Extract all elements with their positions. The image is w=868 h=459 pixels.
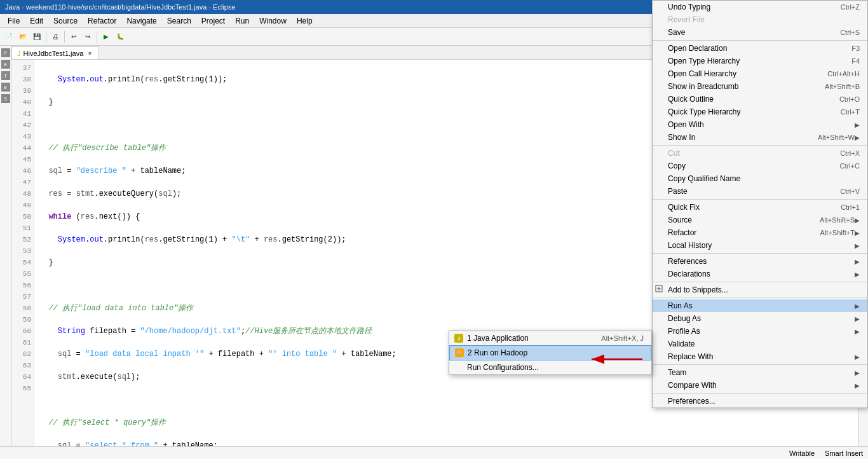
toolbar-print[interactable]: 🖨: [49, 31, 62, 43]
menu-run[interactable]: Run: [230, 15, 254, 27]
cm-team-arrow: ▶: [855, 369, 860, 376]
cm-paste[interactable]: Paste Ctrl+V: [653, 185, 867, 198]
cm-source[interactable]: Source Alt+Shift+S ▶: [653, 214, 867, 226]
cm-compare-with[interactable]: Compare With ▶: [653, 379, 867, 392]
cm-validate[interactable]: Validate: [653, 338, 867, 350]
cm-refactor-arrow: ▶: [855, 230, 860, 236]
cm-declarations-label: Declarations: [668, 270, 855, 278]
cm-revert: Revert File: [653, 13, 867, 26]
cm-preferences[interactable]: Preferences...: [653, 395, 867, 408]
statusbar: Writable Smart Insert: [0, 446, 868, 459]
line-numbers: 3738394041 4243444546 4748495051 5253545…: [11, 60, 34, 446]
submenu-runas: J 1 Java Application Alt+Shift+X, J 🐘 2 …: [449, 331, 652, 375]
menu-file[interactable]: File: [3, 15, 25, 27]
toolbar-new[interactable]: 📄: [3, 31, 15, 43]
cm-run-as[interactable]: Run As ▶: [653, 299, 867, 312]
sidebar-icon-4[interactable]: B: [1, 83, 10, 92]
cm-local-history[interactable]: Local History ▶: [653, 239, 867, 252]
cm-quick-fix[interactable]: Quick Fix Ctrl+1: [653, 201, 867, 214]
menu-window[interactable]: Window: [254, 15, 292, 27]
toolbar-save[interactable]: 💾: [31, 31, 43, 43]
toolbar-separator-3: [97, 31, 97, 43]
cm-open-with-label: Open With: [668, 120, 855, 129]
status-writable: Writable: [789, 449, 815, 457]
cm-save[interactable]: Save Ctrl+S: [653, 26, 867, 39]
cm-quick-outline[interactable]: Quick Outline Ctrl+O: [653, 93, 867, 106]
cm-open-with[interactable]: Open With ▶: [653, 118, 867, 131]
cm-undo-shortcut: Ctrl+Z: [841, 3, 860, 11]
cm-open-type-shortcut: F4: [851, 57, 860, 65]
cm-replace-with-label: Replace With: [668, 352, 855, 361]
java-app-icon: J: [454, 334, 463, 343]
sidebar-icon-5[interactable]: S: [1, 94, 10, 103]
cm-source-label: Source: [668, 216, 810, 224]
menu-search[interactable]: Search: [162, 15, 196, 27]
menu-project[interactable]: Project: [196, 15, 230, 27]
cm-references[interactable]: References ▶: [653, 255, 867, 268]
cm-cut-shortcut: Ctrl+X: [840, 149, 860, 157]
cm-open-call-shortcut: Ctrl+Alt+H: [827, 70, 860, 78]
cm-profile-as[interactable]: Profile As ▶: [653, 325, 867, 338]
cm-copy-shortcut: Ctrl+C: [840, 162, 860, 170]
menu-source[interactable]: Source: [48, 15, 83, 27]
cm-refactor[interactable]: Refactor Alt+Shift+T ▶: [653, 226, 867, 239]
sm-java-app-shortcut: Alt+Shift+X, J: [601, 334, 644, 342]
cm-add-snippets-icon: [655, 285, 665, 295]
editor-tab[interactable]: J HiveJdbcTest1.java ×: [11, 46, 99, 59]
cm-run-as-arrow: ▶: [855, 303, 860, 310]
sidebar-icon-3[interactable]: T: [1, 71, 10, 80]
sm-run-hadoop[interactable]: 🐘 2 Run on Hadoop: [449, 345, 651, 360]
cm-copy-qualified-label: Copy Qualified Name: [668, 174, 860, 183]
cm-replace-with[interactable]: Replace With ▶: [653, 350, 867, 363]
sidebar-icon-2[interactable]: E: [1, 60, 10, 69]
cm-quick-type-label: Quick Type Hierarchy: [668, 107, 831, 116]
toolbar-redo[interactable]: ↪: [81, 31, 94, 43]
toolbar-separator-2: [64, 31, 65, 43]
cm-references-arrow: ▶: [855, 258, 860, 265]
cm-open-type[interactable]: Open Type Hierarchy F4: [653, 55, 867, 67]
cm-sep3: [653, 199, 867, 200]
cm-sep6: [653, 298, 867, 298]
toolbar-open[interactable]: 📂: [17, 31, 29, 43]
cm-copy-qualified[interactable]: Copy Qualified Name: [653, 172, 867, 185]
menu-refactor[interactable]: Refactor: [83, 15, 121, 27]
menu-navigate[interactable]: Navigate: [121, 15, 161, 27]
cm-undo[interactable]: Undo Typing Ctrl+Z: [653, 1, 867, 13]
toolbar-debug[interactable]: 🐛: [114, 31, 126, 43]
cm-quick-outline-shortcut: Ctrl+O: [839, 95, 860, 103]
sm-run-configs[interactable]: Run Configurations...: [449, 360, 651, 374]
cm-declarations-arrow: ▶: [855, 271, 860, 278]
cm-copy[interactable]: Copy Ctrl+C: [653, 160, 867, 172]
cm-add-snippets[interactable]: Add to Snippets...: [653, 284, 867, 296]
tab-close-button[interactable]: ×: [86, 50, 93, 57]
cm-replace-with-arrow: ▶: [855, 353, 860, 360]
cm-save-shortcut: Ctrl+S: [840, 29, 860, 36]
cm-sep1: [653, 40, 867, 41]
cm-debug-as[interactable]: Debug As ▶: [653, 312, 867, 325]
toolbar-undo[interactable]: ↩: [67, 31, 80, 43]
context-menu: Undo Typing Ctrl+Z Revert File Save Ctrl…: [652, 0, 868, 408]
cm-open-call[interactable]: Open Call Hierarchy Ctrl+Alt+H: [653, 67, 867, 80]
menu-help[interactable]: Help: [292, 15, 318, 27]
cm-undo-label: Undo Typing: [668, 3, 831, 11]
cm-show-breadcrumb[interactable]: Show in Breadcrumb Alt+Shift+B: [653, 80, 867, 93]
cm-declarations[interactable]: Declarations ▶: [653, 268, 867, 280]
cm-refactor-label: Refactor: [668, 228, 810, 237]
cm-sep4: [653, 253, 867, 254]
toolbar-run[interactable]: ▶: [100, 31, 112, 43]
titlebar-title: Java - weekend110-hive/src/cn/itcast/big…: [5, 3, 236, 11]
menu-edit[interactable]: Edit: [25, 15, 48, 27]
cm-show-in[interactable]: Show In Alt+Shift+W ▶: [653, 131, 867, 144]
cm-team[interactable]: Team ▶: [653, 366, 867, 379]
cm-open-decl[interactable]: Open Declaration F3: [653, 42, 867, 55]
cm-quick-type[interactable]: Quick Type Hierarchy Ctrl+T: [653, 106, 867, 118]
tab-label: HiveJdbcTest1.java: [24, 50, 84, 57]
sm-java-app[interactable]: J 1 Java Application Alt+Shift+X, J: [449, 331, 651, 345]
cm-open-type-label: Open Type Hierarchy: [668, 57, 841, 65]
cm-team-label: Team: [668, 368, 855, 377]
cm-cut-label: Cut: [668, 149, 830, 158]
cm-save-label: Save: [668, 28, 830, 37]
cm-source-shortcut: Alt+Shift+S: [820, 216, 855, 224]
cm-local-history-arrow: ▶: [855, 242, 860, 249]
sidebar-icon-1[interactable]: P: [1, 48, 10, 57]
